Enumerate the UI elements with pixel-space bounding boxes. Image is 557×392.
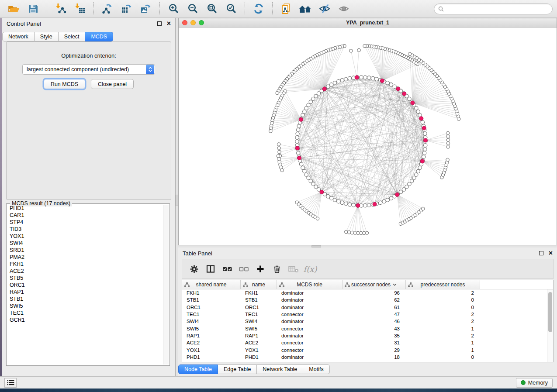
table-cell[interactable]: dominator [277,297,343,303]
table-cell[interactable]: RAP1 [182,333,241,338]
mcds-result-item[interactable]: STP4 [7,219,163,226]
table-cell[interactable]: 1 [406,347,480,353]
table-row[interactable]: FKH1FKH1dominator962 [182,289,547,296]
tab-style[interactable]: Style [35,32,59,41]
table-cell[interactable]: 2 [406,312,480,317]
table-cell[interactable]: 62 [343,297,406,303]
save-session-button[interactable] [25,2,41,16]
table-cell[interactable]: connector [277,326,343,331]
table-cell[interactable]: ACE2 [182,340,241,345]
column-header-successor-nodes[interactable]: successor nodes [343,280,406,289]
mcds-result-item[interactable]: RAP1 [7,289,163,296]
tab-motifs[interactable]: Motifs [303,364,329,374]
table-cell[interactable]: RAP1 [241,333,277,338]
mcds-list-scrollbar[interactable] [163,205,169,364]
tab-network-table[interactable]: Network Table [257,364,303,374]
mcds-result-item[interactable]: SRD1 [7,247,163,254]
run-mcds-button[interactable]: Run MCDS [44,79,85,89]
table-settings-button[interactable] [187,261,201,276]
table-cell[interactable]: 29 [343,347,406,353]
show-log-button[interactable] [4,378,17,388]
clone-network-button[interactable] [278,2,294,16]
table-row[interactable]: ACE2ACE2connector311 [182,339,547,346]
hide-selected-button[interactable] [317,2,332,16]
table-cell[interactable]: 2 [406,290,480,296]
tab-edge-table[interactable]: Edge Table [218,364,257,374]
zoom-out-button[interactable] [185,2,201,16]
table-row[interactable]: PHD1PHD1dominator180 [182,354,547,361]
table-cell[interactable]: 18 [343,354,406,360]
table-cell[interactable]: 35 [343,333,406,338]
table-cell[interactable]: 2 [406,333,480,338]
export-image-button[interactable] [138,2,154,16]
tab-select[interactable]: Select [59,32,86,41]
table-cell[interactable]: TEC1 [182,312,241,317]
table-cell[interactable]: 61 [343,305,406,310]
table-cell[interactable]: FKH1 [182,290,241,296]
table-cell[interactable]: TEC1 [241,312,277,317]
mcds-result-item[interactable]: ACE2 [7,268,163,275]
table-cell[interactable]: ORC1 [241,305,277,310]
table-cell[interactable]: dominator [277,290,343,296]
column-header-shared-name[interactable]: shared name [182,280,241,289]
memory-button[interactable]: Memory [516,378,553,388]
tab-network[interactable]: Network [2,32,35,41]
table-cell[interactable]: connector [277,347,343,353]
apply-layout-button[interactable] [251,2,266,16]
tab-node-table[interactable]: Node Table [178,364,218,374]
table-cell[interactable]: 96 [343,290,406,296]
add-column-button[interactable] [254,261,267,276]
mcds-result-item[interactable]: YOX1 [7,233,163,240]
table-cell[interactable]: connector [277,312,343,317]
table-cell[interactable]: 1 [406,326,480,331]
table-row[interactable]: SWI4SWI4dominator462 [182,318,547,325]
table-row[interactable]: SWI5SWI5connector431 [182,325,547,332]
float-panel-icon[interactable] [539,251,543,255]
mcds-result-item[interactable]: SWI5 [7,303,163,309]
table-cell[interactable]: SWI4 [182,319,241,324]
close-panel-icon[interactable]: × [167,21,171,26]
table-cell[interactable]: connector [277,340,343,345]
table-scrollbar-thumb[interactable] [548,292,552,332]
zoom-fit-button[interactable] [204,2,220,16]
mcds-result-item[interactable]: PMA2 [7,254,163,261]
table-cell[interactable]: 0 [406,297,480,303]
table-cell[interactable]: FKH1 [241,290,277,296]
table-cell[interactable]: 0 [406,305,480,310]
zoom-selected-button[interactable] [223,2,239,16]
table-cell[interactable]: 2 [406,319,480,324]
close-panel-button[interactable]: Close panel [91,79,134,89]
optimization-criterion-select[interactable]: largest connected component (undirected) [22,64,155,75]
table-cell[interactable]: 31 [343,340,406,345]
table-cell[interactable]: 43 [343,326,406,331]
search-input[interactable] [446,6,548,12]
table-cell[interactable]: 46 [343,319,406,324]
table-cell[interactable]: 47 [343,312,406,317]
table-cell[interactable]: SWI5 [182,326,241,331]
table-cell[interactable]: dominator [277,333,343,338]
mcds-result-item[interactable]: TID3 [7,226,163,233]
table-cell[interactable]: dominator [277,354,343,360]
mcds-result-item[interactable]: FKH1 [7,261,163,268]
network-graph[interactable] [179,28,557,245]
table-row[interactable]: RAP1RAP1dominator352 [182,332,547,339]
mcds-result-item[interactable]: PHD1 [7,205,163,212]
search-field[interactable] [434,3,553,14]
open-file-button[interactable] [6,2,22,16]
deselect-all-button[interactable] [237,261,250,276]
table-cell[interactable]: dominator [277,319,343,324]
export-network-button[interactable] [100,2,115,16]
table-cell[interactable]: YOX1 [182,347,241,353]
table-cell[interactable]: SWI5 [241,326,277,331]
zoom-in-button[interactable] [166,2,181,16]
export-table-button[interactable] [119,2,135,16]
table-cell[interactable]: STB1 [241,297,277,303]
table-cell[interactable]: STB1 [182,297,241,303]
column-header-name[interactable]: name [241,280,277,289]
column-header-mcds-role[interactable]: MCDS role [277,280,343,289]
tab-mcds[interactable]: MCDS [85,32,113,41]
import-network-button[interactable] [53,2,69,16]
select-all-button[interactable] [221,261,234,276]
close-panel-icon[interactable]: × [549,251,553,255]
table-row[interactable]: TEC1TEC1connector472 [182,311,547,318]
